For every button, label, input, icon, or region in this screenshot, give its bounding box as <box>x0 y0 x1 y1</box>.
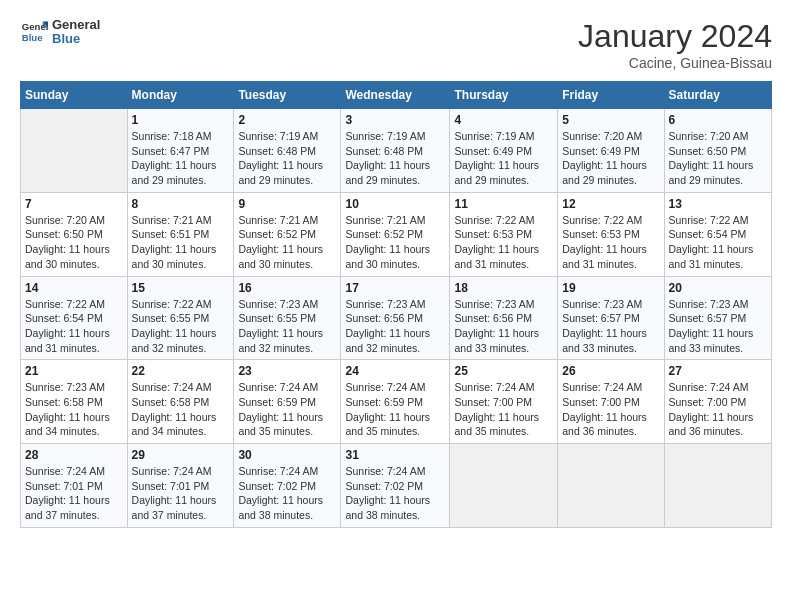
day-info: Sunrise: 7:19 AM Sunset: 6:48 PM Dayligh… <box>238 129 336 188</box>
day-number: 11 <box>454 197 553 211</box>
subtitle: Cacine, Guinea-Bissau <box>578 55 772 71</box>
day-cell: 2Sunrise: 7:19 AM Sunset: 6:48 PM Daylig… <box>234 109 341 193</box>
svg-text:Blue: Blue <box>22 32 43 43</box>
week-row-1: 7Sunrise: 7:20 AM Sunset: 6:50 PM Daylig… <box>21 192 772 276</box>
day-cell: 15Sunrise: 7:22 AM Sunset: 6:55 PM Dayli… <box>127 276 234 360</box>
day-info: Sunrise: 7:19 AM Sunset: 6:48 PM Dayligh… <box>345 129 445 188</box>
day-info: Sunrise: 7:23 AM Sunset: 6:56 PM Dayligh… <box>345 297 445 356</box>
day-cell: 1Sunrise: 7:18 AM Sunset: 6:47 PM Daylig… <box>127 109 234 193</box>
col-wednesday: Wednesday <box>341 82 450 109</box>
day-cell <box>450 444 558 528</box>
day-number: 12 <box>562 197 659 211</box>
day-cell: 4Sunrise: 7:19 AM Sunset: 6:49 PM Daylig… <box>450 109 558 193</box>
day-number: 26 <box>562 364 659 378</box>
day-cell: 14Sunrise: 7:22 AM Sunset: 6:54 PM Dayli… <box>21 276 128 360</box>
day-number: 4 <box>454 113 553 127</box>
day-info: Sunrise: 7:22 AM Sunset: 6:54 PM Dayligh… <box>25 297 123 356</box>
day-info: Sunrise: 7:23 AM Sunset: 6:55 PM Dayligh… <box>238 297 336 356</box>
day-info: Sunrise: 7:24 AM Sunset: 7:00 PM Dayligh… <box>454 380 553 439</box>
day-cell: 18Sunrise: 7:23 AM Sunset: 6:56 PM Dayli… <box>450 276 558 360</box>
week-row-0: 1Sunrise: 7:18 AM Sunset: 6:47 PM Daylig… <box>21 109 772 193</box>
day-info: Sunrise: 7:20 AM Sunset: 6:49 PM Dayligh… <box>562 129 659 188</box>
day-cell: 8Sunrise: 7:21 AM Sunset: 6:51 PM Daylig… <box>127 192 234 276</box>
day-info: Sunrise: 7:24 AM Sunset: 7:02 PM Dayligh… <box>345 464 445 523</box>
col-sunday: Sunday <box>21 82 128 109</box>
day-cell: 9Sunrise: 7:21 AM Sunset: 6:52 PM Daylig… <box>234 192 341 276</box>
day-number: 8 <box>132 197 230 211</box>
day-number: 25 <box>454 364 553 378</box>
col-friday: Friday <box>558 82 664 109</box>
day-number: 2 <box>238 113 336 127</box>
day-number: 29 <box>132 448 230 462</box>
day-info: Sunrise: 7:23 AM Sunset: 6:58 PM Dayligh… <box>25 380 123 439</box>
day-info: Sunrise: 7:21 AM Sunset: 6:52 PM Dayligh… <box>238 213 336 272</box>
day-cell: 26Sunrise: 7:24 AM Sunset: 7:00 PM Dayli… <box>558 360 664 444</box>
col-monday: Monday <box>127 82 234 109</box>
day-number: 28 <box>25 448 123 462</box>
day-number: 17 <box>345 281 445 295</box>
day-info: Sunrise: 7:21 AM Sunset: 6:52 PM Dayligh… <box>345 213 445 272</box>
calendar-body: 1Sunrise: 7:18 AM Sunset: 6:47 PM Daylig… <box>21 109 772 528</box>
month-title: January 2024 <box>578 18 772 55</box>
day-number: 3 <box>345 113 445 127</box>
day-cell: 22Sunrise: 7:24 AM Sunset: 6:58 PM Dayli… <box>127 360 234 444</box>
day-cell: 19Sunrise: 7:23 AM Sunset: 6:57 PM Dayli… <box>558 276 664 360</box>
day-cell: 20Sunrise: 7:23 AM Sunset: 6:57 PM Dayli… <box>664 276 771 360</box>
day-cell: 10Sunrise: 7:21 AM Sunset: 6:52 PM Dayli… <box>341 192 450 276</box>
day-info: Sunrise: 7:24 AM Sunset: 7:00 PM Dayligh… <box>562 380 659 439</box>
calendar-table: Sunday Monday Tuesday Wednesday Thursday… <box>20 81 772 528</box>
day-number: 10 <box>345 197 445 211</box>
day-number: 27 <box>669 364 767 378</box>
day-cell: 5Sunrise: 7:20 AM Sunset: 6:49 PM Daylig… <box>558 109 664 193</box>
week-row-4: 28Sunrise: 7:24 AM Sunset: 7:01 PM Dayli… <box>21 444 772 528</box>
week-row-2: 14Sunrise: 7:22 AM Sunset: 6:54 PM Dayli… <box>21 276 772 360</box>
title-block: January 2024 Cacine, Guinea-Bissau <box>578 18 772 71</box>
page: General Blue General Blue January 2024 C… <box>0 0 792 612</box>
day-info: Sunrise: 7:24 AM Sunset: 6:59 PM Dayligh… <box>238 380 336 439</box>
day-info: Sunrise: 7:23 AM Sunset: 6:57 PM Dayligh… <box>562 297 659 356</box>
col-saturday: Saturday <box>664 82 771 109</box>
day-cell: 13Sunrise: 7:22 AM Sunset: 6:54 PM Dayli… <box>664 192 771 276</box>
day-number: 5 <box>562 113 659 127</box>
day-info: Sunrise: 7:24 AM Sunset: 7:01 PM Dayligh… <box>132 464 230 523</box>
day-number: 15 <box>132 281 230 295</box>
logo-icon: General Blue <box>20 18 48 46</box>
day-info: Sunrise: 7:23 AM Sunset: 6:57 PM Dayligh… <box>669 297 767 356</box>
day-cell: 25Sunrise: 7:24 AM Sunset: 7:00 PM Dayli… <box>450 360 558 444</box>
day-cell: 30Sunrise: 7:24 AM Sunset: 7:02 PM Dayli… <box>234 444 341 528</box>
day-cell: 11Sunrise: 7:22 AM Sunset: 6:53 PM Dayli… <box>450 192 558 276</box>
day-cell: 21Sunrise: 7:23 AM Sunset: 6:58 PM Dayli… <box>21 360 128 444</box>
day-info: Sunrise: 7:20 AM Sunset: 6:50 PM Dayligh… <box>669 129 767 188</box>
day-number: 1 <box>132 113 230 127</box>
day-number: 21 <box>25 364 123 378</box>
day-cell: 7Sunrise: 7:20 AM Sunset: 6:50 PM Daylig… <box>21 192 128 276</box>
day-cell: 27Sunrise: 7:24 AM Sunset: 7:00 PM Dayli… <box>664 360 771 444</box>
week-row-3: 21Sunrise: 7:23 AM Sunset: 6:58 PM Dayli… <box>21 360 772 444</box>
day-number: 13 <box>669 197 767 211</box>
day-cell: 17Sunrise: 7:23 AM Sunset: 6:56 PM Dayli… <box>341 276 450 360</box>
day-number: 9 <box>238 197 336 211</box>
col-thursday: Thursday <box>450 82 558 109</box>
day-info: Sunrise: 7:19 AM Sunset: 6:49 PM Dayligh… <box>454 129 553 188</box>
day-cell: 23Sunrise: 7:24 AM Sunset: 6:59 PM Dayli… <box>234 360 341 444</box>
day-number: 19 <box>562 281 659 295</box>
day-cell: 24Sunrise: 7:24 AM Sunset: 6:59 PM Dayli… <box>341 360 450 444</box>
day-number: 31 <box>345 448 445 462</box>
day-info: Sunrise: 7:23 AM Sunset: 6:56 PM Dayligh… <box>454 297 553 356</box>
day-info: Sunrise: 7:22 AM Sunset: 6:53 PM Dayligh… <box>562 213 659 272</box>
logo: General Blue General Blue <box>20 18 100 47</box>
header-row: Sunday Monday Tuesday Wednesday Thursday… <box>21 82 772 109</box>
day-cell <box>558 444 664 528</box>
day-number: 24 <box>345 364 445 378</box>
col-tuesday: Tuesday <box>234 82 341 109</box>
day-info: Sunrise: 7:24 AM Sunset: 7:01 PM Dayligh… <box>25 464 123 523</box>
day-info: Sunrise: 7:22 AM Sunset: 6:53 PM Dayligh… <box>454 213 553 272</box>
day-cell <box>21 109 128 193</box>
header: General Blue General Blue January 2024 C… <box>20 18 772 71</box>
day-number: 20 <box>669 281 767 295</box>
day-cell: 6Sunrise: 7:20 AM Sunset: 6:50 PM Daylig… <box>664 109 771 193</box>
day-number: 16 <box>238 281 336 295</box>
day-number: 30 <box>238 448 336 462</box>
logo-text: General Blue <box>52 18 100 47</box>
day-cell: 16Sunrise: 7:23 AM Sunset: 6:55 PM Dayli… <box>234 276 341 360</box>
